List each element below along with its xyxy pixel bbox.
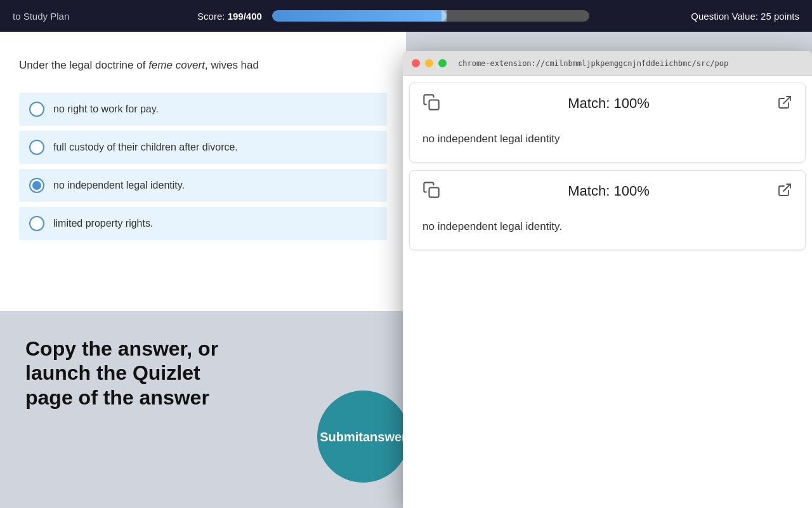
match-card-1: Match: 100% no independent legal identit… bbox=[409, 83, 806, 163]
progress-bar-container bbox=[272, 10, 589, 22]
radio-b[interactable] bbox=[29, 140, 44, 155]
svg-line-1 bbox=[783, 97, 790, 104]
copy-icon-1[interactable] bbox=[422, 93, 440, 114]
chrome-titlebar: chrome-extension://cmilnbmmljpkpemggcnjn… bbox=[403, 51, 812, 76]
match-label-1: Match: 100% bbox=[568, 95, 649, 112]
match-answer-2: no independent legal identity. bbox=[422, 214, 792, 239]
answer-option-a[interactable]: no right to work for pay. bbox=[19, 93, 387, 126]
chrome-maximize-btn[interactable] bbox=[438, 59, 447, 67]
question-prefix: Under the legal doctrine of bbox=[19, 59, 148, 71]
answer-option-b[interactable]: full custody of their children after div… bbox=[19, 131, 387, 164]
match-label-2: Match: 100% bbox=[568, 183, 649, 199]
answer-text-d: limited property rights. bbox=[53, 218, 153, 229]
answer-text-b: full custody of their children after div… bbox=[53, 142, 238, 153]
match-card-2: Match: 100% no independent legal identit… bbox=[409, 170, 806, 250]
radio-d[interactable] bbox=[29, 216, 44, 231]
chrome-url: chrome-extension://cmilnbmmljpkpemggcnjn… bbox=[458, 59, 728, 68]
popup-content: Match: 100% no independent legal identit… bbox=[403, 76, 812, 508]
question-suffix: , wives had bbox=[205, 59, 259, 71]
external-icon-2[interactable] bbox=[777, 182, 792, 200]
radio-c-inner bbox=[32, 181, 41, 190]
score-progress: Score: 199/400 bbox=[127, 10, 660, 22]
radio-a[interactable] bbox=[29, 102, 44, 117]
answer-option-d[interactable]: limited property rights. bbox=[19, 207, 387, 240]
match-answer-1: no independent legal identity bbox=[422, 126, 792, 152]
radio-c[interactable] bbox=[29, 178, 44, 193]
top-bar: to Study Plan Score: 199/400 Question Va… bbox=[0, 0, 812, 32]
question-italic: feme covert bbox=[148, 59, 205, 71]
chrome-minimize-btn[interactable] bbox=[425, 59, 433, 67]
back-label: to Study Plan bbox=[13, 11, 69, 22]
answer-text-c: no independent legal identity. bbox=[53, 180, 185, 191]
submit-line1: Submit bbox=[320, 429, 363, 445]
submit-line2: answer bbox=[363, 429, 407, 445]
score-value: 199/400 bbox=[228, 11, 262, 22]
question-text: Under the legal doctrine of feme covert,… bbox=[19, 57, 387, 74]
back-link[interactable]: to Study Plan bbox=[13, 11, 127, 22]
chrome-close-btn[interactable] bbox=[412, 59, 420, 67]
helper-text: Copy the answer, or launch the Quizlet p… bbox=[25, 337, 247, 410]
svg-line-3 bbox=[783, 184, 790, 191]
external-icon-1[interactable] bbox=[777, 95, 792, 112]
match-card-1-header: Match: 100% bbox=[422, 93, 792, 114]
answer-option-c[interactable]: no independent legal identity. bbox=[19, 169, 387, 202]
answer-text-a: no right to work for pay. bbox=[53, 104, 159, 115]
svg-rect-2 bbox=[429, 188, 439, 197]
submit-button[interactable]: Submit answer bbox=[317, 391, 409, 483]
copy-icon-2[interactable] bbox=[422, 181, 440, 201]
svg-rect-0 bbox=[429, 100, 439, 110]
score-label: Score: 199/400 bbox=[197, 11, 262, 22]
progress-bar-fill bbox=[272, 10, 447, 22]
chrome-popup: chrome-extension://cmilnbmmljpkpemggcnjn… bbox=[403, 51, 812, 508]
match-card-2-header: Match: 100% bbox=[422, 181, 792, 201]
question-value: Question Value: 25 points bbox=[660, 11, 799, 22]
